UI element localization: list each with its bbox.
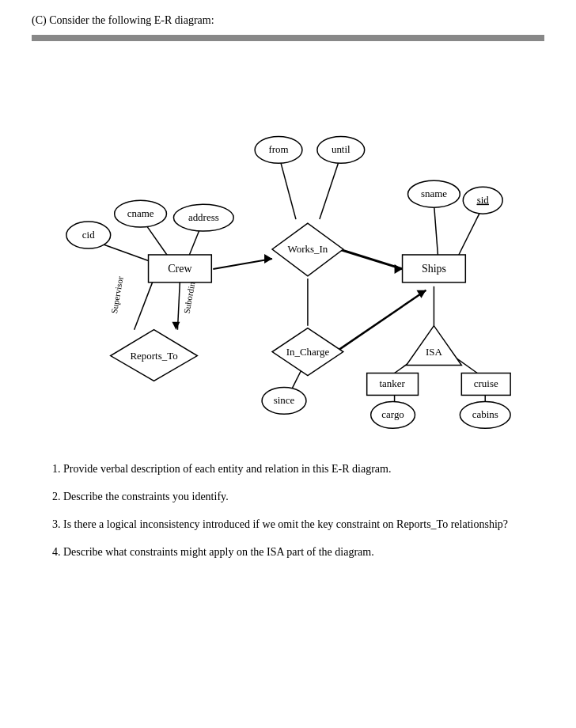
isa-label: ISA	[426, 346, 443, 358]
until-label: until	[332, 143, 351, 155]
svg-line-3	[280, 160, 296, 219]
svg-line-10	[457, 210, 481, 257]
svg-line-4	[320, 160, 339, 219]
tanker-label: tanker	[379, 377, 405, 389]
reports-to-label: Reports_To	[130, 350, 177, 362]
svg-line-9	[434, 203, 438, 255]
cid-label: cid	[82, 229, 95, 241]
questions-list: Provide verbal description of each entit…	[40, 461, 544, 560]
divider	[32, 35, 544, 41]
sid-label: sid	[477, 194, 490, 206]
question-1: Provide verbal description of each entit…	[63, 461, 544, 477]
page: (C) Consider the following E-R diagram:	[0, 0, 576, 595]
supervisor-label: Supervisor	[109, 275, 125, 314]
cname-label: cname	[127, 207, 154, 219]
svg-line-7	[339, 249, 403, 269]
question-3: Is there a logical inconsistency introdu…	[63, 516, 544, 533]
svg-line-5	[213, 259, 272, 269]
svg-marker-22	[172, 322, 180, 330]
er-diagram-area: Supervisor Subordinate cid cname address…	[32, 41, 544, 453]
works-in-label: Works_In	[288, 243, 328, 255]
cargo-label: cargo	[381, 408, 404, 420]
cabins-label: cabins	[472, 408, 498, 420]
sname-label: sname	[421, 188, 447, 199]
from-label: from	[268, 143, 288, 155]
question-2: Describe the constraints you identify.	[63, 488, 544, 505]
header-text: (C) Consider the following E-R diagram:	[32, 14, 544, 27]
svg-marker-8	[395, 264, 403, 274]
svg-line-11	[135, 279, 154, 330]
in-charge-label: In_Charge	[286, 346, 330, 358]
svg-marker-6	[264, 254, 272, 264]
cruise-label: cruise	[474, 377, 498, 389]
ships-label: Ships	[422, 263, 446, 275]
since-label: since	[274, 394, 295, 406]
crew-label: Crew	[168, 263, 191, 275]
question-4: Describe what constraints might apply on…	[63, 544, 544, 560]
er-diagram-svg: Supervisor Subordinate cid cname address…	[32, 41, 544, 453]
questions-section: Provide verbal description of each entit…	[32, 461, 544, 560]
svg-line-14	[339, 290, 426, 350]
address-label: address	[188, 211, 219, 223]
svg-marker-15	[416, 290, 426, 298]
